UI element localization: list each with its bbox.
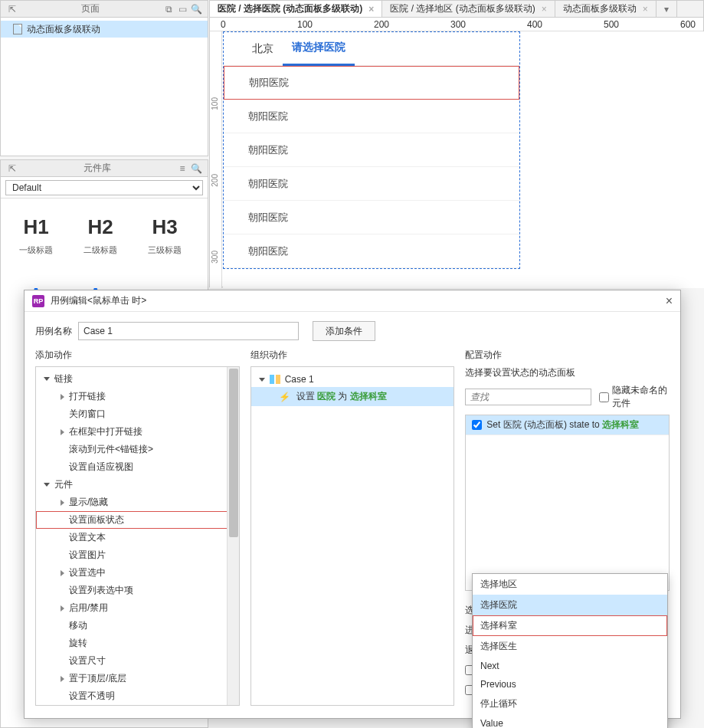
action-close-window[interactable]: 关闭窗口 xyxy=(36,405,239,423)
action-move[interactable]: 移动 xyxy=(36,617,239,635)
col2-title: 组织动作 xyxy=(250,349,455,362)
config-search-row: 隐藏未命名的元件 xyxy=(465,384,670,410)
widget-h2[interactable]: H2二级标题 xyxy=(70,208,131,261)
tab[interactable]: 动态面板多级联动× xyxy=(555,1,657,17)
dialog-titlebar[interactable]: RP 用例编辑<鼠标单击 时> × xyxy=(25,290,680,312)
dp-row[interactable]: 朝阳医院 xyxy=(224,201,519,234)
ruler-horizontal: 0 100 200 300 400 500 600 xyxy=(210,18,703,31)
close-icon[interactable]: × xyxy=(368,4,374,15)
action-set-size[interactable]: 设置尺寸 xyxy=(36,652,239,670)
close-icon[interactable]: × xyxy=(542,4,547,15)
dropdown-option[interactable]: 选择地区 xyxy=(473,574,667,595)
pages-header: ⇱ 页面 ⧉ ▭ 🔍 xyxy=(1,1,208,18)
action-adaptive-view[interactable]: 设置自适应视图 xyxy=(36,458,239,476)
dialog-title: 用例编辑<鼠标单击 时> xyxy=(51,294,666,307)
action-set-panel-state[interactable]: 设置面板状态 xyxy=(36,511,239,529)
tab-active[interactable]: 医院 / 选择医院 (动态面板多级联动)× xyxy=(210,1,382,17)
dropdown-option[interactable]: 选择科室 xyxy=(473,615,667,636)
add-sibling-icon[interactable]: ▭ xyxy=(175,2,189,16)
dropdown-option[interactable]: 选择医院 xyxy=(473,595,667,615)
config-search-input[interactable] xyxy=(465,389,591,405)
action-scroll-to[interactable]: 滚动到元件<锚链接> xyxy=(36,441,239,458)
widgets-title: 元件库 xyxy=(19,162,175,175)
pages-title: 页面 xyxy=(19,2,162,15)
add-child-icon[interactable]: ⧉ xyxy=(162,2,175,16)
case-label: Case 1 xyxy=(285,374,314,385)
action-rotate[interactable]: 旋转 xyxy=(36,635,239,652)
action-set-selected[interactable]: 设置选中 xyxy=(36,564,239,582)
page-icon xyxy=(13,24,22,34)
col-add-action: 添加动作 链接 打开链接 关闭窗口 在框架中打开链接 滚动到元件<锚链接> 设置… xyxy=(35,349,240,706)
action-enable-disable[interactable]: 启用/禁用 xyxy=(36,599,239,617)
action-set-list-selected[interactable]: 设置列表选中项 xyxy=(36,582,239,599)
action-group-links[interactable]: 链接 xyxy=(36,370,239,388)
target-text: Set 医院 (动态面板) state to 选择科室 xyxy=(486,418,639,431)
tab[interactable]: 医院 / 选择地区 (动态面板多级联动)× xyxy=(382,1,555,17)
action-group-widgets[interactable]: 元件 xyxy=(36,476,239,494)
action-set-opacity[interactable]: 设置不透明 xyxy=(36,687,239,705)
dp-row[interactable]: 朝阳医院 xyxy=(224,66,519,100)
case-action-row[interactable]: ⚡ 设置 医院 为 选择科室 xyxy=(251,387,454,406)
app-logo-icon: RP xyxy=(32,295,44,307)
dp-row[interactable]: 朝阳医院 xyxy=(224,234,519,268)
col1-title: 添加动作 xyxy=(35,349,240,362)
page-tree-item[interactable]: 动态面板多级联动 xyxy=(1,21,208,38)
case-tree-body: Case 1 ⚡ 设置 医院 为 选择科室 xyxy=(250,366,455,706)
action-list: 链接 打开链接 关闭窗口 在框架中打开链接 滚动到元件<锚链接> 设置自适应视图… xyxy=(35,366,240,706)
widget-h3[interactable]: H3三级标题 xyxy=(134,208,195,261)
search-icon[interactable]: 🔍 xyxy=(189,2,203,16)
action-bring-front-back[interactable]: 置于顶层/底层 xyxy=(36,670,239,687)
search-icon[interactable]: 🔍 xyxy=(189,162,203,175)
dynamic-panel[interactable]: 北京 请选择医院 朝阳医院 朝阳医院 朝阳医院 朝阳医院 朝阳医院 朝阳医院 xyxy=(223,31,520,269)
case-row[interactable]: Case 1 xyxy=(251,372,454,387)
widgets-header: ⇱ 元件库 ≡ 🔍 xyxy=(1,160,208,177)
dp-row[interactable]: 朝阳医院 xyxy=(224,100,519,133)
pages-tree: 动态面板多级联动 xyxy=(1,18,208,41)
ruler-vertical: 100 200 300 xyxy=(210,31,222,288)
library-toolbar: Default xyxy=(1,177,208,198)
hamburger-icon[interactable]: ≡ xyxy=(175,162,189,175)
action-set-image[interactable]: 设置图片 xyxy=(36,546,239,564)
canvas[interactable]: 北京 请选择医院 朝阳医院 朝阳医院 朝阳医院 朝阳医院 朝阳医院 朝阳医院 xyxy=(223,31,704,288)
dropdown-option[interactable]: 选择医生 xyxy=(473,636,667,657)
library-select[interactable]: Default xyxy=(5,180,203,195)
case-name-label: 用例名称 xyxy=(35,325,72,338)
dp-row[interactable]: 朝阳医院 xyxy=(224,133,519,167)
target-checkbox[interactable] xyxy=(472,420,482,430)
dp-tabs: 北京 请选择医院 xyxy=(224,32,519,66)
config-target-list: Set 医院 (动态面板) state to 选择科室 xyxy=(465,415,670,591)
page-label: 动态面板多级联动 xyxy=(27,23,100,36)
widget-h1[interactable]: H1一级标题 xyxy=(5,208,67,261)
dp-tab-beijing[interactable]: 北京 xyxy=(243,32,283,66)
scrollbar[interactable] xyxy=(227,367,239,705)
case-name-input[interactable] xyxy=(78,322,299,340)
bolt-icon: ⚡ xyxy=(279,392,290,402)
close-icon[interactable]: × xyxy=(643,4,648,15)
collapse-icon[interactable]: ⇱ xyxy=(5,162,19,175)
dropdown-option[interactable]: 停止循环 xyxy=(473,694,667,714)
action-tree: 链接 打开链接 关闭窗口 在框架中打开链接 滚动到元件<锚链接> 设置自适应视图… xyxy=(36,367,239,706)
dropdown-option[interactable]: Value xyxy=(473,714,667,728)
config-subtitle: 选择要设置状态的动态面板 xyxy=(465,366,670,384)
action-open-link[interactable]: 打开链接 xyxy=(36,388,239,405)
dp-row[interactable]: 朝阳医院 xyxy=(224,167,519,201)
chevron-down-icon xyxy=(259,378,265,382)
dialog-toolbar: 用例名称 添加条件 xyxy=(25,312,680,349)
dp-tab-select-hospital[interactable]: 请选择医院 xyxy=(283,32,355,66)
action-open-in-frame[interactable]: 在框架中打开链接 xyxy=(36,423,239,441)
hide-unnamed-checkbox[interactable]: 隐藏未命名的元件 xyxy=(599,384,670,410)
add-condition-button[interactable]: 添加条件 xyxy=(313,321,375,341)
document-tabs: 医院 / 选择医院 (动态面板多级联动)× 医院 / 选择地区 (动态面板多级联… xyxy=(210,1,703,18)
close-icon[interactable]: × xyxy=(666,294,673,308)
col-organize: 组织动作 Case 1 ⚡ 设置 医院 为 选择科室 xyxy=(250,349,455,706)
action-set-text[interactable]: 设置文本 xyxy=(36,529,239,546)
action-focus[interactable]: 获取焦点 xyxy=(36,705,239,706)
collapse-icon[interactable]: ⇱ xyxy=(5,2,19,16)
action-show-hide[interactable]: 显示/隐藏 xyxy=(36,494,239,511)
dropdown-option[interactable]: Previous xyxy=(473,675,667,694)
canvas-area: 医院 / 选择医院 (动态面板多级联动)× 医院 / 选择地区 (动态面板多级联… xyxy=(209,0,704,287)
dropdown-option[interactable]: Next xyxy=(473,657,667,675)
col3-title: 配置动作 xyxy=(465,349,670,362)
config-target-item[interactable]: Set 医院 (动态面板) state to 选择科室 xyxy=(466,415,669,435)
tab-overflow[interactable]: ▾ xyxy=(657,1,677,17)
